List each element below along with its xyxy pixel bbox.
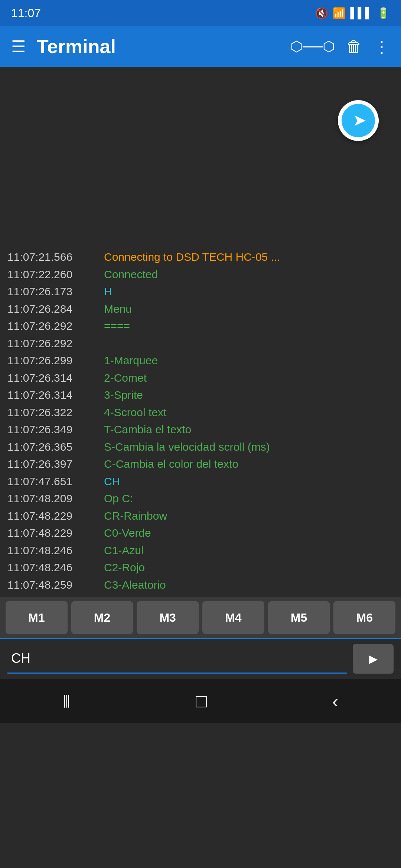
connect-icon[interactable]: ⬡──⬡ [290, 38, 335, 55]
log-timestamp: 11:07:26.397 [7, 456, 104, 473]
log-line: 11:07:26.284 Menu [7, 300, 394, 318]
log-timestamp: 11:07:26.292 [7, 318, 104, 335]
signal-icon: ▌▌▌ [350, 7, 372, 19]
macro-button-m3[interactable]: M3 [137, 601, 199, 634]
log-message: CH [104, 473, 120, 490]
log-line: 11:07:26.322 4-Scrool text [7, 404, 394, 421]
log-timestamp: 11:07:26.292 [7, 335, 104, 352]
log-message: 2-Comet [104, 369, 147, 387]
log-line: 11:07:48.259 C3-Aleatorio [7, 576, 394, 594]
log-line: 11:07:48.246 C2-Rojo [7, 559, 394, 576]
log-line: 11:07:48.209 Op C: [7, 490, 394, 507]
status-bar: 11:07 🔇 📶 ▌▌▌ 🔋 [0, 0, 401, 26]
log-timestamp: 11:07:26.314 [7, 387, 104, 404]
command-input[interactable] [7, 644, 347, 674]
status-time: 11:07 [11, 6, 41, 20]
log-line: 11:07:26.314 3-Sprite [7, 387, 394, 404]
log-timestamp: 11:07:48.259 [7, 576, 104, 594]
log-timestamp: 11:07:21.566 [7, 249, 104, 266]
macro-button-m2[interactable]: M2 [71, 601, 133, 634]
macro-button-m1[interactable]: M1 [6, 601, 68, 634]
log-timestamp: 11:07:48.229 [7, 525, 104, 542]
log-line: 11:07:26.314 2-Comet [7, 369, 394, 387]
log-timestamp: 11:07:48.246 [7, 542, 104, 559]
log-timestamp: 11:07:26.173 [7, 283, 104, 300]
send-button[interactable]: ► [353, 644, 394, 674]
log-line: 11:07:21.566 Connecting to DSD TECH HC-0… [7, 249, 394, 266]
more-icon[interactable]: ⋮ [374, 37, 390, 56]
log-message: 4-Scrool text [104, 404, 166, 421]
delete-icon[interactable]: 🗑 [346, 37, 362, 56]
back-icon[interactable]: ‹ [332, 690, 339, 712]
status-icons: 🔇 📶 ▌▌▌ 🔋 [315, 7, 390, 19]
macro-button-m4[interactable]: M4 [202, 601, 264, 634]
log-timestamp: 11:07:26.299 [7, 352, 104, 369]
telegram-inner: ➤ [342, 104, 375, 137]
battery-icon: 🔋 [377, 7, 390, 19]
log-message: S-Cambia la velocidad scroll (ms) [104, 438, 270, 456]
input-bar: ► [0, 638, 401, 679]
home-icon[interactable]: □ [196, 690, 207, 712]
log-timestamp: 11:07:26.314 [7, 369, 104, 387]
recent-apps-icon[interactable]: ⦀ [63, 690, 71, 712]
log-message: CR-Rainbow [104, 507, 167, 525]
log-timestamp: 11:07:26.365 [7, 438, 104, 456]
nav-bar: ⦀ □ ‹ [0, 679, 401, 723]
app-title: Terminal [37, 35, 279, 57]
terminal-log: 11:07:21.566 Connecting to DSD TECH HC-0… [0, 245, 401, 597]
mute-icon: 🔇 [315, 7, 328, 19]
log-message: 3-Sprite [104, 387, 143, 404]
macro-button-m6[interactable]: M6 [333, 601, 395, 634]
log-line: 11:07:47.651 CH [7, 473, 394, 490]
macro-button-m5[interactable]: M5 [268, 601, 330, 634]
log-timestamp: 11:07:26.284 [7, 300, 104, 318]
log-timestamp: 11:07:48.229 [7, 507, 104, 525]
wifi-icon: 📶 [333, 7, 346, 19]
content-area: ➤ [0, 67, 401, 245]
log-line: 11:07:26.292 [7, 335, 394, 352]
log-timestamp: 11:07:22.260 [7, 266, 104, 283]
log-timestamp: 11:07:26.322 [7, 404, 104, 421]
log-message: C0-Verde [104, 525, 151, 542]
log-timestamp: 11:07:48.246 [7, 559, 104, 576]
log-timestamp: 11:07:47.651 [7, 473, 104, 490]
macro-bar: M1M2M3M4M5M6 [0, 597, 401, 638]
log-message: T-Cambia el texto [104, 421, 191, 438]
log-line: 11:07:26.292 ==== [7, 318, 394, 335]
log-message: C3-Aleatorio [104, 576, 166, 594]
log-message: Connected [104, 266, 158, 283]
log-message: C1-Azul [104, 542, 144, 559]
log-message: H [104, 283, 112, 300]
telegram-icon: ➤ [353, 111, 366, 129]
log-line: 11:07:48.229 CR-Rainbow [7, 507, 394, 525]
telegram-button[interactable]: ➤ [338, 100, 379, 141]
log-message: Connecting to DSD TECH HC-05 ... [104, 249, 280, 266]
log-message: Menu [104, 300, 132, 318]
log-line: 11:07:48.246 C1-Azul [7, 542, 394, 559]
log-message: ==== [104, 318, 130, 335]
log-line: 11:07:48.229 C0-Verde [7, 525, 394, 542]
log-line: 11:07:22.260 Connected [7, 266, 394, 283]
send-icon: ► [366, 651, 381, 667]
log-timestamp: 11:07:26.349 [7, 421, 104, 438]
log-timestamp: 11:07:48.209 [7, 490, 104, 507]
log-line: 11:07:26.299 1-Marquee [7, 352, 394, 369]
log-line: 11:07:26.173 H [7, 283, 394, 300]
log-message: Op C: [104, 490, 133, 507]
log-message: C-Cambia el color del texto [104, 456, 238, 473]
log-line: 11:07:26.349 T-Cambia el texto [7, 421, 394, 438]
log-line: 11:07:26.397 C-Cambia el color del texto [7, 456, 394, 473]
log-message: 1-Marquee [104, 352, 158, 369]
log-message: C2-Rojo [104, 559, 145, 576]
menu-icon[interactable]: ☰ [11, 37, 26, 56]
app-bar: ☰ Terminal ⬡──⬡ 🗑 ⋮ [0, 26, 401, 67]
log-line: 11:07:26.365 S-Cambia la velocidad scrol… [7, 438, 394, 456]
